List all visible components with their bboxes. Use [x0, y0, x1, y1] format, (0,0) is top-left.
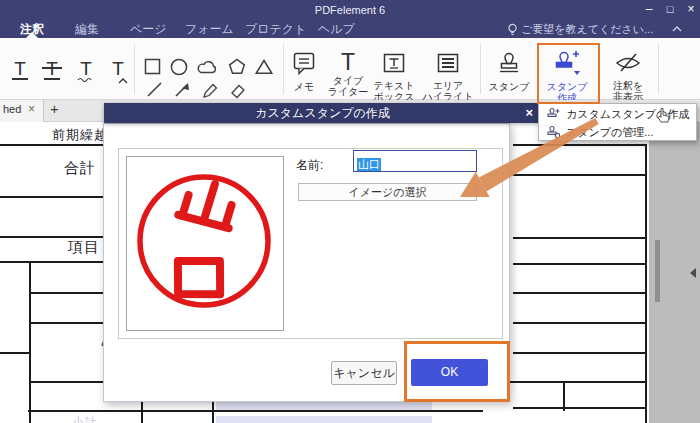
custom-stamp-icon [546, 107, 560, 121]
stamp-name-input[interactable]: 山口 [353, 150, 477, 172]
arrow-shape-icon[interactable] [172, 80, 194, 100]
table-line [0, 236, 104, 238]
toolbar-label: メモ [282, 81, 326, 92]
toolbar-label: スタンプ [484, 81, 534, 92]
text-strikethrough-icon: T [46, 58, 58, 79]
rectangle-shape-icon[interactable] [142, 56, 164, 78]
squiggly-underline-button[interactable]: T [72, 58, 100, 94]
select-image-button[interactable]: イメージの選択 [298, 183, 477, 201]
stamp-char-kuchi [176, 259, 222, 296]
table-line [510, 381, 647, 383]
menu-help[interactable]: ヘルプ [318, 21, 355, 37]
triangle-shape-icon[interactable] [253, 56, 275, 78]
ellipse-shape-icon[interactable] [168, 56, 190, 78]
table-line [513, 352, 647, 354]
doc-text-subtotal: 小計 [72, 414, 98, 423]
eraser-shape-icon[interactable] [227, 80, 249, 100]
panel-collapse-arrow-icon[interactable] [690, 268, 696, 278]
table-line [0, 144, 104, 146]
table-line [29, 381, 104, 383]
table-line [29, 292, 104, 294]
maximize-button[interactable]: □ [661, 0, 679, 20]
highlighted-cell [216, 402, 432, 410]
dialog-close-icon[interactable]: × [525, 103, 533, 123]
highlighted-cell [216, 416, 432, 423]
dialog-title-bar[interactable]: カスタムスタンプの作成 × [104, 103, 541, 123]
table-line [0, 261, 104, 263]
table-line [0, 196, 104, 198]
table-line [29, 261, 31, 423]
memo-icon [291, 50, 317, 77]
stamp-button[interactable]: スタンプ [484, 50, 534, 92]
memo-button[interactable]: メモ [282, 50, 326, 92]
annotation-highlight-ok [404, 341, 510, 402]
manage-stamp-icon [546, 125, 560, 139]
toolbar-label: テキスト [366, 80, 422, 91]
menu-item-label: スタンプの管理... [566, 125, 653, 140]
table-line [513, 263, 647, 265]
menu-page[interactable]: ページ [130, 21, 167, 37]
textbox-button[interactable]: テキスト ボックス [366, 50, 422, 102]
toolbar-divider [134, 44, 135, 94]
table-line [513, 407, 647, 409]
stamp-preview-box [126, 156, 284, 331]
doc-text-total: 合計 [64, 159, 96, 178]
table-line [513, 292, 647, 294]
pencil-shape-icon[interactable] [200, 80, 222, 100]
table-line [513, 144, 647, 146]
feedback-link[interactable]: ご要望を教えてください... [521, 21, 653, 37]
name-field-label: 名前: [296, 157, 323, 174]
annotation-highlight-create-stamp [537, 43, 600, 104]
menu-protect[interactable]: プロテクト [245, 21, 306, 37]
table-line [0, 352, 29, 354]
tab-close-icon[interactable]: × [28, 102, 35, 116]
cancel-button[interactable]: キャンセル [331, 361, 397, 385]
hand-cursor-icon [656, 107, 671, 124]
table-line [645, 144, 647, 423]
close-button[interactable]: × [682, 0, 700, 20]
cloud-shape-icon[interactable] [195, 56, 220, 78]
hide-annotations-button[interactable]: 注釈を 非表示 [602, 50, 654, 102]
table-line [28, 410, 483, 412]
eye-slash-icon [613, 50, 643, 76]
toolbar-label: エリア [418, 80, 478, 91]
text-caret-icon: T [112, 58, 124, 79]
table-line [29, 322, 104, 324]
collapse-ribbon-icon[interactable] [672, 26, 682, 32]
menu-item-manage-stamps[interactable]: スタンプの管理... [539, 123, 696, 141]
new-tab-icon[interactable]: + [50, 100, 59, 117]
minimize-button[interactable]: – [640, 0, 658, 20]
create-stamp-dropdown: カスタムスタンプの作成 スタンプの管理... [538, 103, 697, 141]
menu-form[interactable]: フォーム [185, 21, 234, 37]
window-title: PDFelement 6 [0, 0, 700, 20]
tab-title: hed [3, 103, 21, 115]
doc-text-item: 項目 [68, 238, 100, 257]
highlight-text-button[interactable]: T [6, 58, 34, 94]
stamp-image [127, 157, 283, 330]
table-line [513, 237, 647, 239]
text-squiggly-icon: T [80, 58, 92, 79]
text-underline-icon: T [14, 58, 26, 79]
pentagon-shape-icon[interactable] [226, 56, 248, 78]
insert-text-button[interactable]: T [104, 58, 132, 94]
scrollbar-thumb[interactable] [655, 240, 660, 302]
area-highlight-icon [435, 50, 461, 76]
menu-item-create-custom-stamp[interactable]: カスタムスタンプの作成 [539, 105, 696, 123]
title-bar: PDFelement 6 – □ × [0, 0, 700, 20]
dialog-title: カスタムスタンプの作成 [104, 103, 541, 123]
textbox-icon [381, 50, 407, 76]
toolbar-divider [658, 44, 659, 94]
line-shape-icon[interactable] [144, 80, 166, 100]
menu-edit[interactable]: 編集 [75, 21, 99, 37]
table-line [141, 402, 143, 423]
area-highlight-button[interactable]: エリア ハイライト [418, 50, 478, 102]
toolbar-label: 注釈を [602, 80, 654, 91]
app-window: PDFelement 6 – □ × 注釈 編集 ページ フォーム プロテクト … [0, 0, 700, 423]
table-line [513, 174, 647, 176]
toolbar-divider [480, 44, 481, 94]
stamp-icon [495, 50, 523, 77]
selected-text: 山口 [357, 158, 381, 171]
lightbulb-icon [507, 23, 518, 36]
strikethrough-text-button[interactable]: T [38, 58, 66, 94]
table-line [212, 402, 214, 423]
